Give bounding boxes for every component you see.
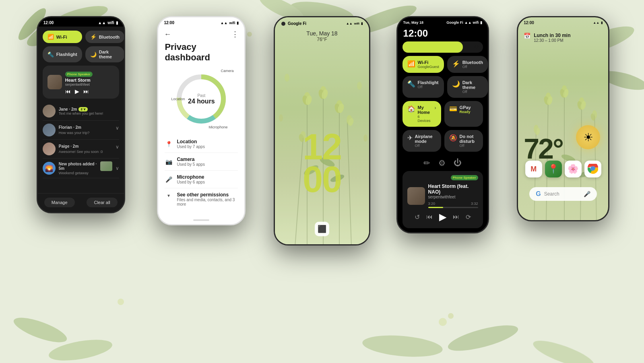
calendar-icon: 📅 — [524, 33, 530, 39]
location-perm-count: Used by 7 apps — [177, 144, 238, 149]
p4-dark-sub: Off — [462, 90, 483, 94]
p4-music-progress: 3:20 3:32 — [428, 202, 478, 208]
phone1-screen: 12:00 ▲▲ wifi ▮ 📶 Wi-Fi ⚡ Blueto — [38, 17, 124, 212]
signal-icon: ▲▲ — [98, 21, 106, 25]
phone2-time: 12:00 — [164, 21, 174, 25]
notif-photos[interactable]: 🌄 New photos added · 5m Weekend getaway … — [43, 159, 119, 178]
phone3-carrier: Google Fi — [288, 21, 306, 26]
p4-music-info: Heart Storm (feat. NAO) serpentwithfeet … — [428, 184, 478, 208]
p4-bt-icon: ⚡ — [452, 60, 460, 68]
jane-message: Text me when you get here! — [59, 111, 119, 116]
mic-icon[interactable]: 🎤 — [584, 191, 590, 197]
p4-airplane-sub: Off — [415, 144, 436, 148]
florian-content: Florian · 2m ∨ How was your trip? — [59, 125, 119, 135]
microphone-permission[interactable]: 🎤 Microphone Used by 6 apps — [165, 171, 238, 188]
phone2: 12:00 ▲▲ wifi ▮ ← ⋮ Privacy dashboard — [157, 16, 246, 225]
brightness-slider[interactable]: ☀ — [402, 41, 483, 53]
florian-expand[interactable]: ∨ — [116, 125, 119, 131]
prev-track-icon[interactable]: ⏮ — [65, 88, 71, 95]
settings-icon[interactable]: ⚙ — [438, 158, 446, 168]
play-pause-icon[interactable]: ▶ — [75, 88, 79, 95]
notif-florian[interactable]: Florian · 2m ∨ How was your trip? — [43, 121, 119, 140]
maps-icon[interactable]: 📍 — [545, 161, 562, 177]
location-permission[interactable]: 📍 Location Used by 7 apps — [165, 135, 238, 153]
chrome-icon[interactable] — [584, 161, 601, 177]
see-other-title: See other permissions — [177, 192, 238, 198]
phone1-music-artist: serpentwithfeet — [65, 82, 114, 87]
p4-play-icon[interactable]: ▶ — [439, 211, 446, 223]
edit-icon[interactable]: ✏ — [423, 158, 430, 168]
darktheme-tile[interactable]: 🌙 Dark theme — [85, 46, 124, 62]
phone-speaker-badge: Phone Speaker — [65, 72, 93, 77]
search-bar[interactable]: G Search 🎤 — [529, 187, 597, 201]
p4-replay-icon[interactable]: ↺ — [415, 213, 420, 221]
darktheme-tile-icon: 🌙 — [90, 52, 97, 58]
p4-time-total: 3:32 — [471, 202, 478, 206]
p4-wifi-name: Wi-Fi — [418, 60, 439, 65]
lockscreen-status-wrap: Google Fi ▲▲ wifi ▮ — [275, 17, 369, 27]
photos-app-icon: 🌸 — [568, 164, 578, 174]
svg-point-44 — [285, 74, 289, 82]
p4-music-artist: serpentwithfeet — [428, 195, 478, 199]
p4-gpay-tile[interactable]: 💳 GPay Ready — [444, 101, 483, 127]
manage-button[interactable]: Manage — [44, 198, 75, 207]
p4-dark-tile[interactable]: 🌙 Dark theme Off — [447, 76, 488, 98]
p4-wifi-tile[interactable]: 📶 Wi-Fi GoogleGuest — [402, 56, 444, 73]
photos-icon[interactable]: 🌸 — [565, 161, 582, 177]
camera-hole — [281, 22, 285, 26]
p3-battery: ▮ — [361, 22, 363, 25]
florian-name: Florian · 2m — [59, 125, 81, 131]
more-options-button[interactable]: ⋮ — [231, 30, 239, 39]
calendar-event-widget[interactable]: 📅 Lunch in 30 min 12:30 – 1:00 PM — [518, 29, 608, 46]
event-title: Lunch in 30 min — [534, 33, 570, 38]
camera-icon: 📷 — [165, 159, 173, 165]
phone1-music-info: Phone Speaker Heart Storm serpentwithfee… — [65, 70, 114, 95]
brightness-icon: ☀ — [474, 44, 479, 50]
p4-shuffle-icon[interactable]: ⟳ — [466, 213, 471, 221]
p4-home-info: My Home 6 Devices — [418, 105, 432, 123]
gmail-app-icon: M — [530, 165, 537, 173]
photos-name: New photos added · 5m — [59, 162, 100, 171]
bluetooth-tile-label: Bluetooth — [99, 35, 120, 39]
search-bar-placeholder: Search — [544, 191, 581, 197]
p4-dark-info: Dark theme Off — [462, 80, 483, 94]
p4-home-tile[interactable]: 🏠 My Home 6 Devices › — [402, 101, 441, 127]
notif-jane[interactable]: Jane · 2m 2 ∨ Text me when you get here! — [43, 102, 119, 121]
lockscreen-date: Tue, May 18 — [275, 30, 369, 37]
back-button[interactable]: ← — [164, 30, 171, 39]
notif-paige[interactable]: Paige · 2m ∨ Awesome! See you soon :0 — [43, 140, 119, 159]
bluetooth-tile[interactable]: ⚡ Bluetooth — [85, 31, 124, 43]
homescreen-content: 📅 Lunch in 30 min 12:30 – 1:00 PM ☀ — [518, 17, 608, 220]
see-other-permissions[interactable]: ▾ See other permissions Files and media,… — [165, 188, 238, 210]
brightness-fill — [402, 41, 463, 53]
gmail-icon[interactable]: M — [525, 161, 542, 177]
phone1: 12:00 ▲▲ wifi ▮ 📶 Wi-Fi ⚡ Blueto — [37, 16, 125, 213]
jane-avatar — [43, 105, 56, 118]
p4-flash-tile[interactable]: 🔦 Flashlight Off — [402, 76, 444, 98]
wifi-tile[interactable]: 📶 Wi-Fi — [43, 31, 82, 43]
p4-progress-times: 3:20 3:32 — [428, 202, 478, 206]
camera-permission[interactable]: 📷 Camera Used by 5 apps — [165, 153, 238, 171]
p4-prev-icon[interactable]: ⏮ — [426, 213, 433, 221]
wifi-tile-label: Wi-Fi — [56, 35, 67, 39]
phone3-screen: Google Fi ▲▲ wifi ▮ Tue, May 18 76°F — [275, 17, 369, 244]
p4-dot-3 — [446, 232, 448, 233]
clear-all-button[interactable]: Clear all — [87, 198, 117, 207]
phone4-nav-icons: ✏ ⚙ ⏻ — [398, 155, 488, 171]
next-track-icon[interactable]: ⏭ — [83, 88, 89, 95]
p4-flash-sub: Off — [418, 85, 439, 89]
photos-expand[interactable]: ∨ — [116, 165, 119, 171]
p4-wifi-sub: GoogleGuest — [418, 65, 439, 69]
paige-expand[interactable]: ∨ — [116, 144, 119, 150]
camera-info: Camera Used by 5 apps — [177, 157, 238, 167]
p4-bt-tile[interactable]: ⚡ Bluetooth Off — [447, 56, 488, 73]
p4-next-icon[interactable]: ⏭ — [453, 213, 459, 221]
p4-home-chevron: › — [435, 105, 436, 111]
power-icon[interactable]: ⏻ — [454, 158, 462, 168]
p4-dnd-tile[interactable]: 🔕 Do not disturb Off — [444, 130, 483, 152]
location-perm-name: Location — [177, 139, 238, 144]
flashlight-tile[interactable]: 🔦 Flashlight — [43, 46, 82, 62]
photos-message: Weekend getaway — [59, 171, 112, 175]
recents-button[interactable]: ⬛ — [315, 222, 329, 236]
p4-airplane-tile[interactable]: ✈ Airplane mode Off — [402, 130, 441, 152]
